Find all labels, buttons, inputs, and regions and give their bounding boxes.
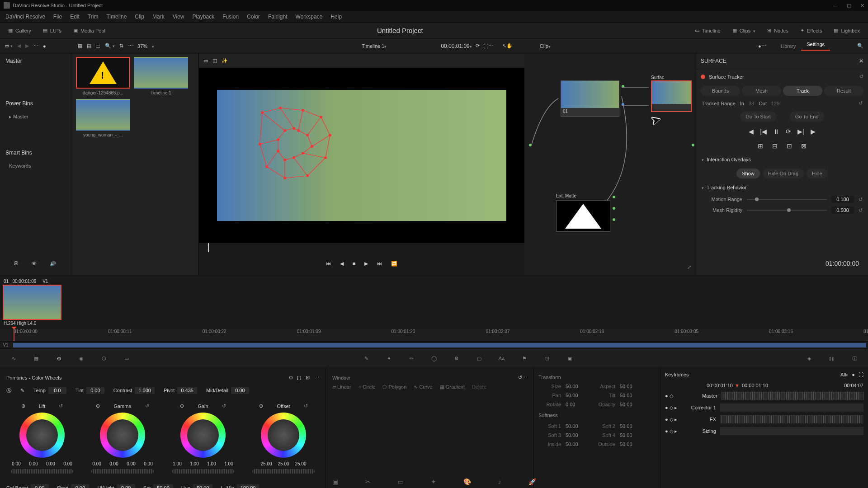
- zoom-value[interactable]: 37%: [137, 43, 147, 49]
- list-view-icon[interactable]: ☰: [96, 43, 100, 49]
- soft1-value[interactable]: 50.00: [566, 423, 588, 429]
- menu-help[interactable]: Help: [327, 14, 345, 20]
- gamma-wheel[interactable]: [100, 413, 145, 458]
- motion-range-value[interactable]: 0.100: [831, 196, 854, 203]
- media-thumb-danger[interactable]: danger-1294866.p...: [76, 57, 130, 95]
- overlays-header[interactable]: Interaction Overlays: [707, 157, 751, 162]
- loop-icon[interactable]: ⟳: [476, 43, 480, 49]
- shad-value[interactable]: 0.00: [71, 484, 89, 488]
- settings-tab[interactable]: Settings: [801, 42, 830, 51]
- menu-color[interactable]: Color: [243, 14, 264, 20]
- goto-end-button[interactable]: Go To End: [790, 112, 824, 122]
- wheels-mode2-icon[interactable]: ⫿⫿: [297, 375, 302, 380]
- motion-range-reset[interactable]: [859, 197, 863, 202]
- master-bin[interactable]: Master: [0, 53, 72, 69]
- options2-icon[interactable]: ⋯: [128, 43, 133, 49]
- menu-playback[interactable]: Playback: [189, 14, 218, 20]
- keyframes-expand-icon[interactable]: ⛶: [859, 372, 863, 377]
- hide-button[interactable]: Hide: [807, 169, 828, 178]
- sizing-tool-icon[interactable]: ▭: [122, 354, 131, 363]
- close-button[interactable]: ✕: [860, 3, 864, 9]
- rgb-tool-icon[interactable]: ⬡: [99, 354, 108, 363]
- pointer-icon[interactable]: ↖: [502, 43, 506, 49]
- tint-value[interactable]: 0.00: [86, 387, 104, 394]
- viewer-mode2-icon[interactable]: ◫: [212, 58, 217, 64]
- hilight-value[interactable]: 0.00: [117, 484, 135, 488]
- menu-view[interactable]: View: [169, 14, 188, 20]
- track-opt3-icon[interactable]: ⊡: [787, 142, 792, 150]
- deliver-page-icon[interactable]: 🚀: [528, 478, 536, 485]
- offset-reset[interactable]: [304, 403, 308, 409]
- opacity-value[interactable]: 50.00: [620, 402, 642, 407]
- gamma-reset[interactable]: [145, 403, 149, 409]
- node-panel[interactable]: 01 Surfac Ext. Matte: [524, 53, 696, 275]
- cut-page-icon[interactable]: ✂: [365, 478, 371, 485]
- menu-edit[interactable]: Edit: [66, 14, 83, 20]
- nav-fwd[interactable]: ▶: [25, 43, 29, 49]
- kf-sizing-label[interactable]: Sizing: [681, 428, 716, 434]
- qualifier-tool-icon[interactable]: ▦: [32, 354, 41, 363]
- sort-icon[interactable]: ⇅: [119, 43, 123, 49]
- wheels-options-icon[interactable]: ⋯: [314, 375, 319, 380]
- library-tab[interactable]: Library: [775, 43, 802, 49]
- record-dot[interactable]: ●: [43, 43, 46, 49]
- hue-value[interactable]: 50.00: [193, 484, 213, 488]
- media-thumb-woman[interactable]: young_woman_-_...: [76, 99, 130, 137]
- pan-value[interactable]: 50.00: [566, 393, 588, 398]
- soft2-value[interactable]: 50.00: [620, 423, 642, 429]
- result-tab[interactable]: Result: [824, 86, 863, 96]
- edit-page-icon[interactable]: ▭: [398, 478, 404, 485]
- surface-close-icon[interactable]: ✕: [859, 58, 863, 64]
- timeline-name[interactable]: Timeline 1: [362, 43, 384, 49]
- hand-icon[interactable]: ✋: [506, 43, 513, 49]
- wheels-mode3-icon[interactable]: ⊡: [306, 375, 310, 380]
- clip-dropdown[interactable]: Clip: [540, 43, 548, 49]
- step-back-icon[interactable]: ◀: [340, 261, 344, 267]
- soft3-value[interactable]: 50.00: [566, 432, 588, 438]
- keyframe-tool-icon[interactable]: ◈: [805, 354, 814, 363]
- unmix-icon[interactable]: 👁: [32, 261, 37, 266]
- goto-start-button[interactable]: Go To Start: [740, 112, 776, 122]
- clips-button[interactable]: ▦ Clips: [729, 26, 759, 35]
- view-dropdown[interactable]: ▭: [5, 43, 13, 49]
- pivot-value[interactable]: 0.435: [177, 387, 197, 394]
- viewer-wand-icon[interactable]: ✨: [222, 58, 228, 64]
- sat-value[interactable]: 50.00: [153, 484, 173, 488]
- curves-tool-icon[interactable]: ∿: [9, 354, 18, 363]
- media-page-icon[interactable]: ▣: [332, 478, 338, 485]
- timeline-ruler[interactable]: 01:00:00:0001:00:00:1101:00:00:2201:00:0…: [0, 329, 868, 342]
- menu-davinci-resolve[interactable]: DaVinci Resolve: [2, 14, 49, 20]
- gain-wheel[interactable]: [180, 413, 226, 458]
- kf-fx-lane[interactable]: [720, 415, 863, 423]
- menu-trim[interactable]: Trim: [84, 14, 102, 20]
- zoom-fit-icon[interactable]: ⤢: [687, 264, 691, 270]
- timeline-button[interactable]: ▭ Timeline: [691, 26, 724, 35]
- polygon-shape[interactable]: ⬠ Polygon: [382, 384, 406, 390]
- luts-button[interactable]: ▤ LUTs: [39, 26, 65, 35]
- viewer-canvas[interactable]: [199, 68, 524, 243]
- goto-end-icon[interactable]: ⏭: [377, 261, 382, 266]
- key-tool-icon[interactable]: ⚙: [452, 354, 461, 363]
- tracker-tool-icon[interactable]: ✦: [384, 354, 393, 363]
- gallery-button[interactable]: ▦ Gallery: [5, 26, 35, 35]
- hide-on-drag-button[interactable]: Hide On Drag: [763, 169, 804, 178]
- loop-playback-icon[interactable]: 🔁: [391, 261, 397, 267]
- scopes-tool-icon[interactable]: ⫿⫿: [827, 354, 836, 363]
- picker-tool-icon[interactable]: ✏: [407, 354, 416, 363]
- thumb-view-icon[interactable]: ▦: [78, 43, 82, 49]
- nav-back[interactable]: ◀: [17, 43, 21, 49]
- hsl-tool-icon[interactable]: ◉: [77, 354, 86, 363]
- goto-start-icon[interactable]: ⏮: [326, 261, 331, 266]
- lift-jog[interactable]: [11, 469, 73, 474]
- fusion-page-icon[interactable]: ✦: [431, 478, 436, 485]
- rotate-value[interactable]: 0.00: [566, 402, 588, 407]
- video-track[interactable]: [13, 343, 866, 347]
- track-opt4-icon[interactable]: ⊠: [801, 142, 807, 150]
- color-page-icon[interactable]: 🎨: [463, 478, 471, 485]
- auto-balance-icon[interactable]: Ⓐ: [6, 387, 11, 394]
- wheels-tool-icon[interactable]: ⊙: [54, 354, 63, 363]
- power-master-item[interactable]: ▸ Master: [0, 111, 72, 122]
- aspect-value[interactable]: 50.00: [620, 384, 642, 389]
- node-surface[interactable]: [651, 80, 692, 112]
- wheels-mode1-icon[interactable]: ⊙: [289, 375, 293, 380]
